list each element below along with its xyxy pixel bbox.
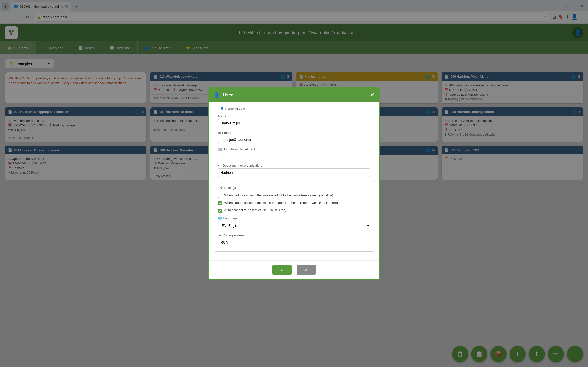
checkbox3-row: Auto connect to closest cause (Cause Tre… bbox=[218, 208, 370, 213]
email-icon: ✉ bbox=[218, 131, 221, 135]
user-modal: 👤 User ✕ 👤 Personal data Name: ✉ bbox=[208, 87, 380, 280]
checkbox2-row: When I add a cause to the cause tree add… bbox=[218, 201, 370, 205]
name-label: Name: bbox=[218, 114, 370, 118]
modal-body: 👤 Personal data Name: ✉ Email: bbox=[209, 102, 379, 260]
language-label: 🌐 Language: bbox=[218, 217, 370, 220]
modal-cancel-button[interactable]: ✕ bbox=[297, 265, 316, 275]
coding-label: 🖥 Coding system: bbox=[218, 233, 370, 237]
checkbox1[interactable] bbox=[218, 194, 222, 198]
language-select[interactable]: EN: English NL: Nederlands DE: Deutsch F… bbox=[218, 221, 370, 230]
job-title-input[interactable] bbox=[218, 152, 370, 160]
department-icon: 🏷 bbox=[218, 164, 221, 167]
settings-legend: ⚙ Settings bbox=[218, 186, 238, 190]
checkbox2-label: When I add a cause to the cause tree add… bbox=[224, 201, 338, 204]
department-input[interactable] bbox=[218, 168, 370, 177]
modal-overlay: 👤 User ✕ 👤 Personal data Name: ✉ bbox=[0, 0, 588, 367]
email-group: ✉ Email: bbox=[218, 131, 370, 144]
checkbox1-label: When I add a cause to the timeline add i… bbox=[224, 193, 333, 197]
email-input[interactable] bbox=[218, 136, 370, 144]
coding-input[interactable] bbox=[218, 238, 370, 246]
name-group: Name: bbox=[218, 114, 370, 127]
modal-header: 👤 User ✕ bbox=[209, 88, 379, 102]
job-title-label: 🏢 Job title or department: bbox=[218, 147, 370, 151]
personal-data-section: 👤 Personal data Name: ✉ Email: bbox=[214, 107, 374, 182]
language-icon: 🌐 bbox=[218, 217, 222, 220]
settings-icon: ⚙ bbox=[220, 186, 223, 190]
settings-section: ⚙ Settings When I add a cause to the tim… bbox=[214, 186, 374, 252]
department-label: 🏷 Department or organisation: bbox=[218, 164, 370, 167]
job-title-group: 🏢 Job title or department: bbox=[218, 147, 370, 160]
modal-footer: ✓ ✕ bbox=[209, 260, 379, 279]
coding-icon: 🖥 bbox=[218, 233, 221, 237]
name-input[interactable] bbox=[218, 119, 370, 127]
cancel-x-icon: ✕ bbox=[304, 267, 308, 272]
job-title-icon: 🏢 bbox=[218, 147, 222, 151]
ok-check-icon: ✓ bbox=[280, 267, 284, 272]
personal-data-icon: 👤 bbox=[220, 107, 224, 110]
modal-user-icon: 👤 bbox=[214, 92, 220, 98]
email-label: ✉ Email: bbox=[218, 131, 370, 135]
department-group: 🏷 Department or organisation: bbox=[218, 164, 370, 177]
modal-ok-button[interactable]: ✓ bbox=[272, 265, 292, 275]
personal-data-legend: 👤 Personal data bbox=[218, 107, 247, 110]
modal-title: User bbox=[223, 93, 367, 98]
language-group: 🌐 Language: EN: English NL: Nederlands D… bbox=[218, 217, 370, 230]
coding-group: 🖥 Coding system: bbox=[218, 233, 370, 246]
modal-close-button[interactable]: ✕ bbox=[370, 92, 374, 98]
checkbox1-row: When I add a cause to the timeline add i… bbox=[218, 193, 370, 198]
checkbox2[interactable] bbox=[218, 201, 222, 205]
checkbox3-label: Auto connect to closest cause (Cause Tre… bbox=[224, 208, 286, 212]
checkbox3[interactable] bbox=[218, 209, 222, 213]
